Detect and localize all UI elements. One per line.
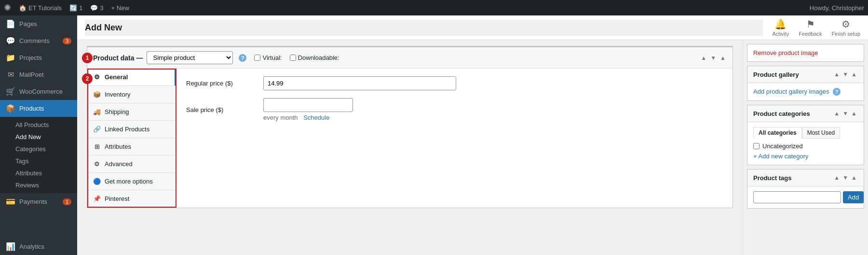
- tab-attributes[interactable]: ⊞ Attributes: [87, 138, 176, 156]
- gallery-up-btn[interactable]: ▲: [833, 70, 841, 79]
- product-categories-box: Product categories ▲ ▼ ▲ All categories …: [747, 105, 864, 165]
- tab-get-more-options[interactable]: 🔵 Get more options: [87, 173, 176, 190]
- collapse-toggle-btn[interactable]: ▲: [719, 54, 727, 62]
- sidebar-item-projects[interactable]: 📁 Projects: [0, 49, 77, 66]
- virtual-checkbox[interactable]: [254, 55, 260, 61]
- sidebar-sub-tags[interactable]: Tags: [0, 155, 77, 167]
- categories-down-btn[interactable]: ▼: [841, 109, 849, 118]
- product-categories-content: All categories Most Used Uncategorized +…: [747, 122, 864, 165]
- sidebar-item-pages[interactable]: 📄 Pages: [0, 15, 77, 32]
- add-gallery-images-link[interactable]: Add product gallery images: [753, 88, 829, 95]
- comments-item[interactable]: 💬 3: [90, 4, 103, 12]
- tab-content-general: Regular price ($) Sale price ($) every m…: [176, 69, 732, 208]
- product-tags-title: Product tags: [753, 174, 791, 182]
- pages-icon: 📄: [6, 19, 15, 28]
- product-type-select[interactable]: Simple productGrouped productExternal/Af…: [147, 51, 233, 64]
- home-icon: 🏠: [19, 4, 27, 12]
- product-tags-content: Add: [747, 186, 864, 208]
- product-data-box: 1 Product data — Simple productGrouped p…: [87, 46, 733, 208]
- regular-price-input[interactable]: [263, 76, 456, 90]
- uncategorized-label: Uncategorized: [762, 142, 803, 150]
- uncategorized-checkbox[interactable]: [753, 143, 760, 149]
- remove-product-image-link[interactable]: Remove product image: [753, 49, 818, 57]
- virtual-label[interactable]: Virtual:: [254, 54, 282, 61]
- cat-tab-most-used[interactable]: Most Used: [802, 127, 840, 139]
- product-tags-header: Product tags ▲ ▼ ▲: [747, 170, 864, 186]
- feedback-button[interactable]: ⚑ Feedback: [799, 18, 822, 37]
- content-body: 1 Product data — Simple productGrouped p…: [77, 40, 868, 255]
- site-name[interactable]: 🏠 ET Tutorials: [19, 4, 62, 12]
- woocommerce-icon: 🛒: [6, 87, 15, 96]
- sidebar: 📄 Pages 💬 Comments 3 📁 Projects ✉ MailPo…: [0, 15, 77, 255]
- howdy-label: Howdy, Christopher: [810, 4, 864, 12]
- remove-image-box: Remove product image: [747, 44, 864, 62]
- virtual-text: Virtual:: [262, 54, 282, 61]
- updates-item[interactable]: 🔄 1: [69, 4, 82, 12]
- linked-products-icon: 🔗: [93, 126, 101, 133]
- sidebar-item-analytics[interactable]: 📊 Analytics: [0, 238, 77, 255]
- product-data-label: Product data —: [93, 54, 143, 62]
- type-help-icon[interactable]: ?: [239, 54, 246, 62]
- tags-up-btn[interactable]: ▲: [833, 173, 841, 182]
- gallery-collapse-btns: ▲ ▼ ▲: [833, 70, 858, 79]
- page-title: Add New: [85, 23, 122, 33]
- activity-button[interactable]: 🔔 Activity: [773, 18, 789, 37]
- sidebar-sub-attributes[interactable]: Attributes: [0, 167, 77, 179]
- gallery-toggle-btn[interactable]: ▲: [850, 70, 858, 79]
- tab-linked-products[interactable]: 🔗 Linked Products: [87, 121, 176, 138]
- top-toolbar: Add New 🔔 Activity ⚑ Feedback ⚙ Finish s…: [77, 15, 868, 40]
- mailpoet-icon: ✉: [6, 70, 15, 79]
- downloadable-checkbox[interactable]: [290, 55, 296, 61]
- cat-tab-all[interactable]: All categories: [753, 127, 802, 139]
- sidebar-sub-categories[interactable]: Categories: [0, 143, 77, 155]
- sidebar-label-products: Products: [19, 105, 44, 112]
- sidebar-item-mailpoet[interactable]: ✉ MailPoet: [0, 66, 77, 83]
- regular-price-label: Regular price ($): [186, 80, 263, 87]
- collapse-down-btn[interactable]: ▼: [709, 54, 717, 62]
- tab-inventory[interactable]: 📦 Inventory: [87, 86, 176, 103]
- sidebar-item-woocommerce[interactable]: 🛒 WooCommerce: [0, 83, 77, 100]
- sidebar-item-comments[interactable]: 💬 Comments 3: [0, 32, 77, 49]
- add-tag-button[interactable]: Add: [843, 191, 864, 203]
- tab-advanced[interactable]: ⚙ Advanced: [87, 156, 176, 173]
- sidebar-label-payments: Payments: [19, 198, 47, 205]
- projects-icon: 📁: [6, 53, 15, 62]
- tab-shipping[interactable]: 🚚 Shipping: [87, 103, 176, 121]
- sidebar-sub-all-products[interactable]: All Products: [0, 119, 77, 131]
- sidebar-sub-add-new[interactable]: Add New: [0, 131, 77, 143]
- tag-input[interactable]: [753, 191, 841, 203]
- finish-setup-button[interactable]: ⚙ Finish setup: [832, 18, 860, 37]
- categories-toggle-btn[interactable]: ▲: [850, 109, 858, 118]
- tab-advanced-label: Advanced: [105, 160, 133, 168]
- payments-badge: 1: [63, 198, 71, 205]
- tab-get-more-label: Get more options: [105, 178, 153, 185]
- sidebar-sub-reviews[interactable]: Reviews: [0, 179, 77, 191]
- tags-toggle-btn[interactable]: ▲: [850, 173, 858, 182]
- wp-logo-icon[interactable]: ✺: [4, 2, 11, 13]
- tab-pinterest[interactable]: 📌 Pinterest: [87, 190, 176, 208]
- uncategorized-item: Uncategorized: [753, 142, 858, 150]
- sidebar-label-comments: Comments: [19, 37, 50, 44]
- collapse-up-btn[interactable]: ▲: [700, 54, 707, 62]
- tag-input-row: Add: [753, 191, 858, 203]
- new-item[interactable]: + New: [111, 4, 129, 12]
- gallery-help-icon[interactable]: ?: [833, 88, 841, 96]
- categories-up-btn[interactable]: ▲: [833, 109, 841, 118]
- inventory-icon: 📦: [93, 91, 101, 98]
- sidebar-item-payments[interactable]: 💳 Payments 1: [0, 193, 77, 210]
- tab-general[interactable]: ⚙ General: [87, 69, 176, 86]
- tags-down-btn[interactable]: ▼: [841, 173, 849, 182]
- schedule-link[interactable]: Schedule: [303, 114, 329, 121]
- downloadable-label[interactable]: Downloadable:: [290, 54, 339, 61]
- gallery-down-btn[interactable]: ▼: [841, 70, 849, 79]
- sale-price-label: Sale price ($): [186, 106, 263, 113]
- product-gallery-box: Product gallery ▲ ▼ ▲ Add product galler…: [747, 66, 864, 101]
- sale-price-input[interactable]: [263, 98, 353, 112]
- downloadable-text: Downloadable:: [298, 54, 339, 61]
- finish-setup-label: Finish setup: [832, 31, 860, 37]
- sidebar-label-projects: Projects: [19, 54, 42, 61]
- right-sidebar: Remove product image Product gallery ▲ ▼…: [743, 40, 868, 255]
- add-new-category-link[interactable]: + Add new category: [753, 153, 858, 160]
- products-submenu: All Products Add New Categories Tags Att…: [0, 117, 77, 193]
- sidebar-item-products[interactable]: 📦 Products: [0, 100, 77, 117]
